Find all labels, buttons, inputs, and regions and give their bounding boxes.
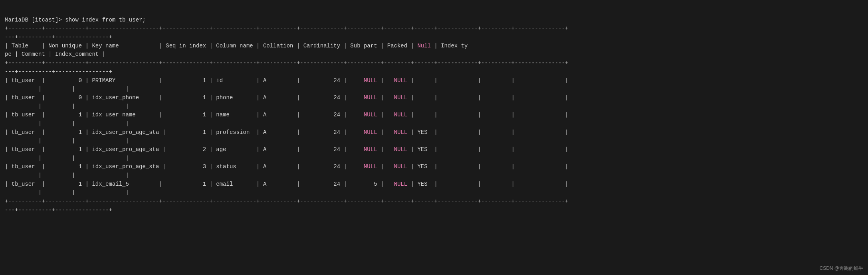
table-row: | tb_user | 1 | idx_user_pro_age_sta | 1… <box>5 129 568 136</box>
table-row-continuation7: | | | <box>5 189 129 196</box>
separator-top2: ---+----------+----------------+ <box>5 34 112 40</box>
header-row: | Table | Non_unique | Key_name | Seq_in… <box>5 43 468 49</box>
table-row: | tb_user | 1 | idx_user_pro_age_sta | 2… <box>5 146 568 153</box>
table-row-continuation6: | | | <box>5 172 129 179</box>
table-row: | tb_user | 1 | idx_user_name | 1 | name… <box>5 112 568 118</box>
terminal-window: MariaDB [itcast]> show index from tb_use… <box>0 4 868 218</box>
separator-header-bottom2: ---+----------+----------------+ <box>5 69 112 75</box>
separator-header-bottom: +----------+------------+---------------… <box>5 60 568 66</box>
table-row: | tb_user | 1 | idx_email_5 | 1 | email … <box>5 181 568 187</box>
watermark: CSDN @奔跑的蜗牛 <box>819 265 863 272</box>
table-row-continuation2: | | | <box>5 103 129 110</box>
separator-bottom2: ---+----------+----------------+ <box>5 207 112 213</box>
table-row-continuation3: | | | <box>5 120 129 127</box>
table-row: | tb_user | 1 | idx_user_pro_age_sta | 3… <box>5 163 568 170</box>
header-row2: pe | Comment | Index_comment | <box>5 51 105 57</box>
table-row: | tb_user | 0 | idx_user_phone | 1 | pho… <box>5 94 568 101</box>
separator-top: +----------+------------+---------------… <box>5 25 568 31</box>
table-row-continuation4: | | | <box>5 138 129 144</box>
command-line: MariaDB [itcast]> show index from tb_use… <box>5 17 146 23</box>
table-row: | tb_user | 0 | PRIMARY | 1 | id | A | 2… <box>5 77 568 84</box>
table-row-continuation5: | | | <box>5 155 129 161</box>
separator-bottom: +----------+------------+---------------… <box>5 198 568 204</box>
table-row-continuation1: | | | <box>5 86 129 92</box>
